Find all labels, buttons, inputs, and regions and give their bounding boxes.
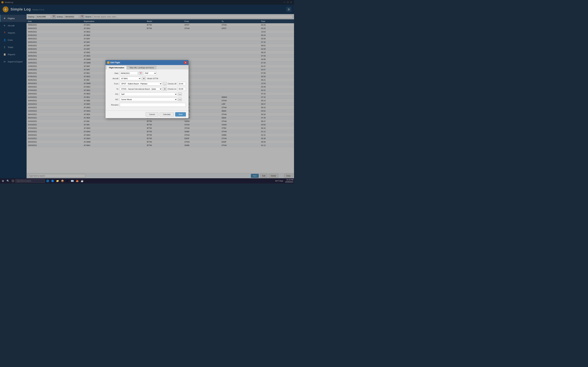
date-row: Date: 📅 PNF PF — [108, 71, 186, 75]
to-row: To: OTHH - Hamad International Airport -… — [108, 87, 186, 91]
modal-icon — [107, 61, 109, 64]
chocks-on-input[interactable] — [178, 87, 186, 91]
aircraft-select[interactable]: A7-BAU — [120, 77, 141, 80]
chocks-off-label: Chocks off: — [168, 83, 177, 85]
cancel-button[interactable]: Cancel — [146, 112, 158, 117]
to-label: To: — [108, 88, 119, 90]
from-row: From: OPST - Sialkot Airport - Pakistan … — [108, 82, 186, 85]
taskbar-time: 10:16 PM — [285, 179, 293, 181]
pic-row: PIC: Self — — [108, 92, 186, 96]
sic-row: SIC: Sumer Murat — — [108, 98, 186, 101]
taskbar-office-icon[interactable]: 📧 — [70, 179, 75, 183]
chocks-off-input[interactable] — [178, 82, 186, 85]
tab-takeoffs-landings[interactable]: Take-offs, Landings and Hours — [127, 66, 156, 69]
date-input[interactable] — [120, 71, 138, 75]
aircraft-row: Aircraft: A7-BAU + Model: B77W — [108, 77, 186, 80]
next-button[interactable]: Next — [175, 112, 186, 117]
taskbar-search-input[interactable] — [15, 179, 45, 183]
taskbar-search-icon[interactable]: 🔍 — [6, 179, 10, 183]
modal-tabs: Flight Information Take-offs, Landings a… — [105, 65, 189, 69]
from-label: From: — [108, 83, 119, 85]
taskbar-mail-icon[interactable]: ✉ — [65, 179, 69, 183]
taskbar-view-icon[interactable]: ⬛ — [10, 179, 15, 183]
taskbar-files-icon[interactable]: 📦 — [60, 179, 65, 183]
to-add-button[interactable]: + — [163, 87, 167, 91]
pnf-select[interactable]: PNF PF — [143, 71, 156, 75]
remarks-row: Remarks: — [108, 103, 186, 107]
chocks-on-label: Chocks on: — [168, 88, 177, 90]
modal-titlebar: Edit Flight ✕ — [105, 60, 189, 65]
aircraft-label: Aircraft: — [108, 77, 119, 79]
taskbar-edge-icon[interactable]: 🔵 — [50, 179, 55, 183]
taskbar: ⊞ 🔍 ⬛ 🌐 🔵 📁 📦 ✉ 📧 🦊 ☕ 82°F Clear 10:16 P… — [0, 178, 294, 184]
model-info: Model: B77W — [147, 77, 158, 79]
modal-footer: Cancel Calculate Next — [105, 110, 189, 118]
taskbar-date: 10/28/2021 — [285, 181, 293, 183]
modal-title: Edit Flight — [110, 61, 184, 64]
pic-select[interactable]: Self — [120, 92, 177, 96]
sic-select[interactable]: Sumer Murat — [120, 98, 177, 101]
taskbar-java-icon[interactable]: ☕ — [80, 179, 84, 183]
remarks-label: Remarks: — [108, 104, 119, 106]
tab-flight-information[interactable]: Flight Information — [106, 66, 127, 69]
aircraft-add-button[interactable]: + — [142, 77, 146, 80]
sic-minus-button[interactable]: — — [178, 98, 182, 101]
taskbar-folder-icon[interactable]: 📁 — [55, 179, 60, 183]
to-select[interactable]: OTHH - Hamad International Airport - Qat… — [120, 87, 162, 91]
edit-flight-dialog: Edit Flight ✕ Flight Information Take-of… — [105, 60, 189, 118]
pic-minus-button[interactable]: — — [178, 92, 182, 96]
from-select[interactable]: OPST - Sialkot Airport - Pakistan — [120, 82, 162, 85]
modal-overlay: Edit Flight ✕ Flight Information Take-of… — [0, 0, 294, 178]
modal-close-button[interactable]: ✕ — [184, 61, 187, 64]
taskbar-firefox-icon[interactable]: 🦊 — [75, 179, 79, 183]
pic-label: PIC: — [108, 93, 119, 95]
sic-label: SIC: — [108, 99, 119, 100]
calculate-button[interactable]: Calculate — [160, 112, 174, 117]
taskbar-chrome-icon[interactable]: 🌐 — [45, 179, 50, 183]
from-minus-button[interactable]: … — [163, 82, 167, 85]
date-calendar-button[interactable]: 📅 — [139, 71, 142, 75]
date-label: Date: — [108, 72, 119, 74]
remarks-input[interactable] — [120, 103, 186, 107]
modal-body: Date: 📅 PNF PF Aircraft: A7-BAU + Model:… — [105, 69, 189, 110]
taskbar-right: 82°F Clear 10:16 PM 10/28/2021 — [275, 179, 293, 183]
taskbar-weather: 82°F Clear — [275, 180, 283, 182]
start-button[interactable]: ⊞ — [1, 179, 5, 183]
